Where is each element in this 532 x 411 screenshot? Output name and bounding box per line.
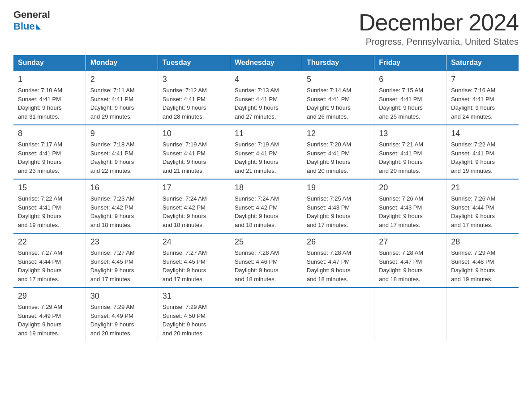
calendar-header: SundayMondayTuesdayWednesdayThursdayFrid… — [13, 55, 519, 71]
calendar-cell: 11 Sunrise: 7:19 AM Sunset: 4:41 PM Dayl… — [230, 125, 302, 179]
day-info: Sunrise: 7:22 AM Sunset: 4:41 PM Dayligh… — [451, 140, 514, 175]
logo-general-text: General — [13, 9, 50, 21]
calendar-cell: 13 Sunrise: 7:21 AM Sunset: 4:41 PM Dayl… — [374, 125, 446, 179]
day-info: Sunrise: 7:29 AM Sunset: 4:49 PM Dayligh… — [90, 303, 153, 338]
calendar-cell: 3 Sunrise: 7:12 AM Sunset: 4:41 PM Dayli… — [158, 71, 230, 125]
day-number: 30 — [90, 291, 153, 301]
day-number: 11 — [235, 129, 297, 138]
day-info: Sunrise: 7:18 AM Sunset: 4:41 PM Dayligh… — [90, 140, 153, 175]
calendar-cell: 5 Sunrise: 7:14 AM Sunset: 4:41 PM Dayli… — [302, 71, 374, 125]
day-info: Sunrise: 7:17 AM Sunset: 4:41 PM Dayligh… — [18, 140, 81, 175]
calendar-cell: 28 Sunrise: 7:29 AM Sunset: 4:48 PM Dayl… — [446, 233, 519, 287]
day-number: 31 — [163, 291, 225, 301]
day-number: 13 — [379, 129, 442, 138]
day-info: Sunrise: 7:29 AM Sunset: 4:48 PM Dayligh… — [451, 248, 514, 283]
day-number: 3 — [163, 75, 225, 84]
day-number: 22 — [18, 237, 81, 247]
weekday-header-sunday: Sunday — [13, 55, 86, 71]
day-number: 16 — [90, 183, 153, 193]
day-info: Sunrise: 7:10 AM Sunset: 4:41 PM Dayligh… — [18, 86, 81, 121]
day-number: 18 — [235, 183, 297, 193]
weekday-header-tuesday: Tuesday — [158, 55, 230, 71]
calendar-cell — [302, 287, 374, 341]
day-info: Sunrise: 7:27 AM Sunset: 4:45 PM Dayligh… — [90, 248, 153, 283]
weekday-header-friday: Friday — [374, 55, 446, 71]
day-info: Sunrise: 7:19 AM Sunset: 4:41 PM Dayligh… — [235, 140, 297, 175]
calendar-cell: 19 Sunrise: 7:25 AM Sunset: 4:43 PM Dayl… — [302, 179, 374, 233]
day-info: Sunrise: 7:14 AM Sunset: 4:41 PM Dayligh… — [307, 86, 369, 121]
calendar-cell: 21 Sunrise: 7:26 AM Sunset: 4:44 PM Dayl… — [446, 179, 519, 233]
day-number: 4 — [235, 75, 297, 84]
calendar-cell: 20 Sunrise: 7:26 AM Sunset: 4:43 PM Dayl… — [374, 179, 446, 233]
page-header: General Blue December 2024 Progress, Pen… — [13, 9, 519, 47]
calendar-cell: 2 Sunrise: 7:11 AM Sunset: 4:41 PM Dayli… — [86, 71, 158, 125]
day-number: 17 — [163, 183, 225, 193]
day-number: 23 — [90, 237, 153, 247]
calendar-week-5: 29 Sunrise: 7:29 AM Sunset: 4:49 PM Dayl… — [13, 287, 519, 341]
day-info: Sunrise: 7:25 AM Sunset: 4:43 PM Dayligh… — [307, 194, 369, 229]
day-number: 10 — [163, 129, 225, 138]
day-info: Sunrise: 7:28 AM Sunset: 4:47 PM Dayligh… — [379, 248, 442, 283]
day-info: Sunrise: 7:20 AM Sunset: 4:41 PM Dayligh… — [307, 140, 369, 175]
day-info: Sunrise: 7:29 AM Sunset: 4:49 PM Dayligh… — [18, 303, 81, 338]
calendar-cell: 24 Sunrise: 7:27 AM Sunset: 4:45 PM Dayl… — [158, 233, 230, 287]
day-info: Sunrise: 7:21 AM Sunset: 4:41 PM Dayligh… — [379, 140, 442, 175]
day-info: Sunrise: 7:12 AM Sunset: 4:41 PM Dayligh… — [163, 86, 225, 121]
calendar-cell: 10 Sunrise: 7:19 AM Sunset: 4:41 PM Dayl… — [158, 125, 230, 179]
day-number: 19 — [307, 183, 369, 193]
day-info: Sunrise: 7:27 AM Sunset: 4:44 PM Dayligh… — [18, 248, 81, 283]
logo-triangle-icon — [36, 24, 41, 30]
calendar-cell: 27 Sunrise: 7:28 AM Sunset: 4:47 PM Dayl… — [374, 233, 446, 287]
calendar-table: SundayMondayTuesdayWednesdayThursdayFrid… — [13, 55, 519, 341]
calendar-cell: 9 Sunrise: 7:18 AM Sunset: 4:41 PM Dayli… — [86, 125, 158, 179]
day-info: Sunrise: 7:29 AM Sunset: 4:50 PM Dayligh… — [163, 303, 225, 338]
calendar-cell: 8 Sunrise: 7:17 AM Sunset: 4:41 PM Dayli… — [13, 125, 86, 179]
day-number: 21 — [451, 183, 514, 193]
calendar-week-2: 8 Sunrise: 7:17 AM Sunset: 4:41 PM Dayli… — [13, 125, 519, 179]
day-info: Sunrise: 7:15 AM Sunset: 4:41 PM Dayligh… — [379, 86, 442, 121]
day-number: 14 — [451, 129, 514, 138]
location-subtitle: Progress, Pennsylvania, United States — [359, 37, 519, 47]
day-number: 28 — [451, 237, 514, 247]
weekday-header-monday: Monday — [86, 55, 158, 71]
day-info: Sunrise: 7:19 AM Sunset: 4:41 PM Dayligh… — [163, 140, 225, 175]
month-title: December 2024 — [359, 9, 519, 36]
calendar-body: 1 Sunrise: 7:10 AM Sunset: 4:41 PM Dayli… — [13, 71, 519, 341]
title-block: December 2024 Progress, Pennsylvania, Un… — [359, 9, 519, 47]
calendar-cell: 29 Sunrise: 7:29 AM Sunset: 4:49 PM Dayl… — [13, 287, 86, 341]
day-number: 20 — [379, 183, 442, 193]
weekday-header-saturday: Saturday — [446, 55, 519, 71]
calendar-cell: 22 Sunrise: 7:27 AM Sunset: 4:44 PM Dayl… — [13, 233, 86, 287]
day-info: Sunrise: 7:26 AM Sunset: 4:43 PM Dayligh… — [379, 194, 442, 229]
calendar-week-4: 22 Sunrise: 7:27 AM Sunset: 4:44 PM Dayl… — [13, 233, 519, 287]
calendar-cell: 12 Sunrise: 7:20 AM Sunset: 4:41 PM Dayl… — [302, 125, 374, 179]
day-number: 12 — [307, 129, 369, 138]
day-number: 25 — [235, 237, 297, 247]
calendar-cell: 16 Sunrise: 7:23 AM Sunset: 4:42 PM Dayl… — [86, 179, 158, 233]
weekday-header-wednesday: Wednesday — [230, 55, 302, 71]
calendar-week-1: 1 Sunrise: 7:10 AM Sunset: 4:41 PM Dayli… — [13, 71, 519, 125]
calendar-cell: 25 Sunrise: 7:28 AM Sunset: 4:46 PM Dayl… — [230, 233, 302, 287]
calendar-cell: 4 Sunrise: 7:13 AM Sunset: 4:41 PM Dayli… — [230, 71, 302, 125]
calendar-cell: 17 Sunrise: 7:24 AM Sunset: 4:42 PM Dayl… — [158, 179, 230, 233]
day-info: Sunrise: 7:11 AM Sunset: 4:41 PM Dayligh… — [90, 86, 153, 121]
day-info: Sunrise: 7:28 AM Sunset: 4:46 PM Dayligh… — [235, 248, 297, 283]
day-info: Sunrise: 7:26 AM Sunset: 4:44 PM Dayligh… — [451, 194, 514, 229]
day-number: 7 — [451, 75, 514, 84]
calendar-week-3: 15 Sunrise: 7:22 AM Sunset: 4:41 PM Dayl… — [13, 179, 519, 233]
calendar-cell: 23 Sunrise: 7:27 AM Sunset: 4:45 PM Dayl… — [86, 233, 158, 287]
day-number: 15 — [18, 183, 81, 193]
weekday-header-thursday: Thursday — [302, 55, 374, 71]
calendar-cell: 30 Sunrise: 7:29 AM Sunset: 4:49 PM Dayl… — [86, 287, 158, 341]
day-number: 26 — [307, 237, 369, 247]
calendar-cell: 18 Sunrise: 7:24 AM Sunset: 4:42 PM Dayl… — [230, 179, 302, 233]
day-info: Sunrise: 7:22 AM Sunset: 4:41 PM Dayligh… — [18, 194, 81, 229]
day-number: 24 — [163, 237, 225, 247]
calendar-cell: 15 Sunrise: 7:22 AM Sunset: 4:41 PM Dayl… — [13, 179, 86, 233]
day-number: 9 — [90, 129, 153, 138]
day-number: 27 — [379, 237, 442, 247]
calendar-cell: 26 Sunrise: 7:28 AM Sunset: 4:47 PM Dayl… — [302, 233, 374, 287]
day-info: Sunrise: 7:28 AM Sunset: 4:47 PM Dayligh… — [307, 248, 369, 283]
day-info: Sunrise: 7:16 AM Sunset: 4:41 PM Dayligh… — [451, 86, 514, 121]
day-info: Sunrise: 7:27 AM Sunset: 4:45 PM Dayligh… — [163, 248, 225, 283]
